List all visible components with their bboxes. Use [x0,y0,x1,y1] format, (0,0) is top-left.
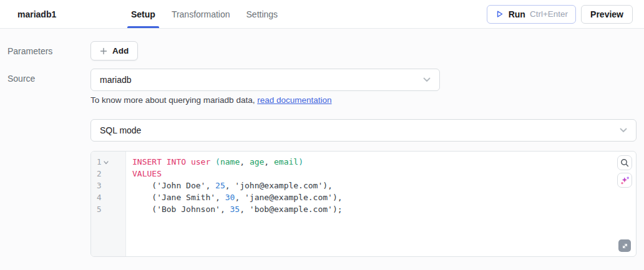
sql-editor[interactable]: 12345 INSERT INTO user (name, age, email… [90,151,637,257]
search-button[interactable] [617,155,632,170]
source-row: Source mariadb To know more about queryi… [7,69,637,105]
tab-settings-label: Settings [246,9,278,19]
search-icon [620,158,629,167]
editor-gutter: 12345 [91,152,126,256]
tab-transformation-label: Transformation [172,9,230,19]
code-line[interactable]: ('Bob Johnson', 35, 'bob@example.com'); [132,203,636,215]
mode-row: SQL mode 12345 INSERT INTO user (name, a… [7,119,637,257]
run-shortcut: Ctrl+Enter [530,9,568,19]
sql-mode-value: SQL mode [100,125,141,135]
tab-bar: Setup Transformation Settings [130,0,279,28]
preview-button[interactable]: Preview [581,5,633,24]
source-label: Source [7,69,90,84]
ai-sparkle-icon [620,176,630,185]
run-button[interactable]: Run Ctrl+Enter [487,5,576,24]
mode-row-spacer [7,119,90,124]
line-number: 3 [91,180,125,191]
tab-settings[interactable]: Settings [245,0,280,28]
tab-setup[interactable]: Setup [130,0,157,28]
chevron-down-icon [423,77,431,82]
code-line[interactable]: ('John Doe', 25, 'john@example.com'), [132,180,636,191]
ai-assist-button[interactable] [617,173,632,188]
line-number: 1 [91,156,125,168]
editor-code[interactable]: INSERT INTO user (name, age, email)VALUE… [126,152,636,256]
source-select[interactable]: mariadb [90,69,440,91]
expand-icon [622,243,628,249]
source-select-value: mariadb [100,75,132,85]
source-help-text: To know more about querying mariadb data… [90,95,637,105]
parameters-row: Parameters Add [7,41,637,60]
query-editor-header: mariadb1 Setup Transformation Settings R… [0,0,644,29]
sql-mode-select[interactable]: SQL mode [90,119,637,142]
editor-toolbar [617,155,632,188]
tab-transformation[interactable]: Transformation [170,0,232,28]
expand-editor-button[interactable] [618,239,631,252]
read-documentation-link[interactable]: read documentation [257,95,331,105]
header-actions: Run Ctrl+Enter Preview [487,0,644,28]
query-setup-panel: Parameters Add Source mariadb [0,29,644,257]
source-help-prefix: To know more about querying mariadb data… [90,95,255,105]
query-name[interactable]: mariadb1 [0,0,130,28]
line-number: 5 [91,203,125,215]
add-parameter-label: Add [112,46,129,55]
add-parameter-button[interactable]: Add [90,41,138,60]
code-line[interactable]: VALUES [132,168,636,180]
parameters-label: Parameters [7,41,90,56]
chevron-down-icon [620,128,627,133]
code-line[interactable]: ('Jane Smith', 30, 'jane@example.com'), [132,191,636,203]
run-button-label: Run [509,9,525,19]
play-icon [495,9,504,19]
fold-arrow-icon[interactable] [104,161,109,165]
plus-icon [100,47,107,55]
line-number: 4 [91,191,125,203]
tab-setup-label: Setup [131,9,155,19]
code-line[interactable]: INSERT INTO user (name, age, email) [132,156,636,168]
line-number: 2 [91,168,125,180]
